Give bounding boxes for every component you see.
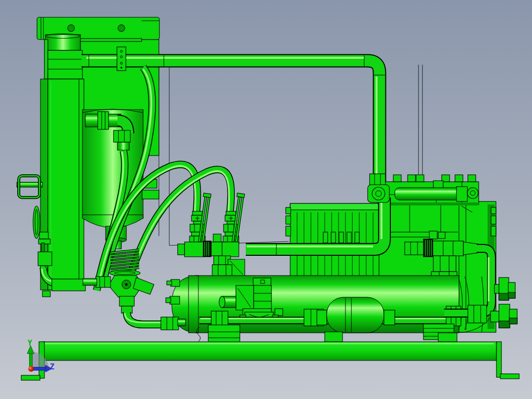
origin-point	[28, 366, 34, 372]
expansion-valve-assembly[interactable]	[83, 250, 154, 313]
bracket-hole	[68, 25, 75, 32]
filter-drier[interactable]	[327, 297, 384, 333]
mounting-nut	[212, 265, 232, 277]
cad-viewport[interactable]: Y Z	[0, 0, 532, 399]
bracket-hole	[118, 25, 125, 32]
cylinder-head	[384, 175, 479, 205]
tank-foot	[438, 333, 457, 342]
y-axis-label: Y	[28, 339, 32, 348]
tank-foot	[325, 332, 342, 342]
model-canvas[interactable]: Y Z	[0, 0, 532, 399]
valve-handwheel[interactable]	[110, 270, 140, 276]
service-valves[interactable]	[178, 193, 245, 278]
z-axis-label: Z	[50, 362, 54, 371]
heat-exchanger-tank[interactable]	[166, 276, 484, 345]
top-cylinder	[45, 35, 80, 50]
column-base	[52, 279, 85, 291]
base-fold-right	[496, 342, 501, 377]
compressor-fins	[286, 203, 379, 277]
base-plate[interactable]	[21, 342, 519, 380]
sight-glass-disc	[33, 206, 40, 239]
tank-flange	[189, 276, 198, 333]
